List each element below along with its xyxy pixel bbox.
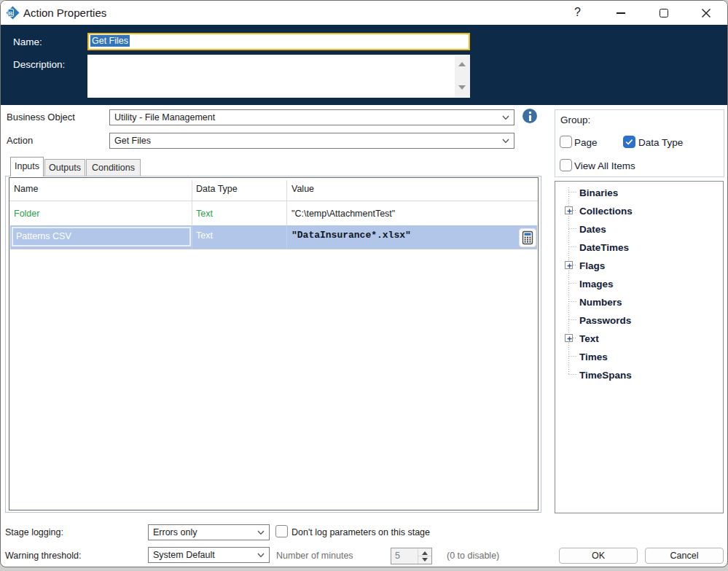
svg-text:B: B [9, 10, 13, 17]
